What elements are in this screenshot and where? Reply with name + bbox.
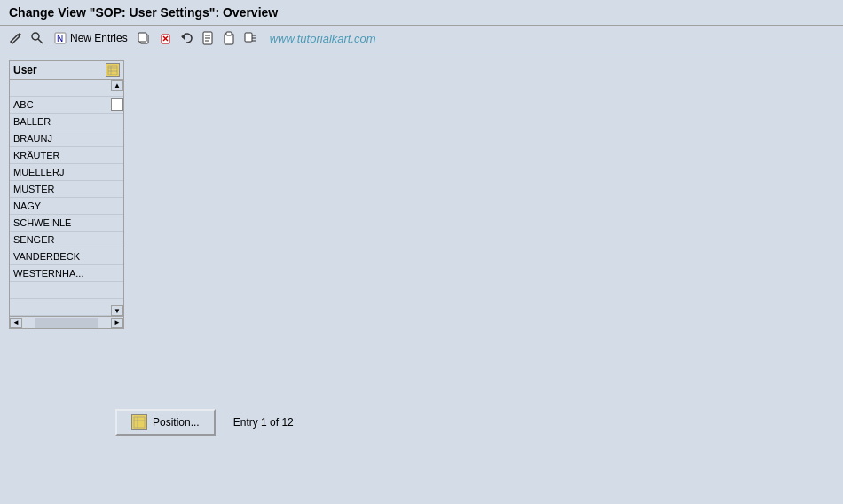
position-icon — [131, 414, 147, 430]
table-row[interactable]: MUSTER — [10, 181, 123, 198]
svg-text:N: N — [57, 34, 63, 43]
search-icon[interactable] — [28, 29, 46, 47]
export-icon[interactable] — [241, 29, 259, 47]
svg-rect-24 — [134, 417, 145, 428]
svg-line-1 — [38, 39, 43, 43]
page-title: Change View "SOP: User Settings": Overvi… — [9, 5, 278, 20]
undo-icon[interactable] — [177, 29, 195, 47]
row-value: MUELLERJ — [13, 167, 64, 177]
new-entries-button[interactable]: N New Entries — [50, 29, 131, 47]
svg-point-0 — [32, 33, 39, 40]
table-row[interactable]: SCHWEINLE — [10, 215, 123, 232]
svg-rect-16 — [245, 33, 252, 42]
table-row[interactable]: ABC — [10, 97, 123, 114]
scroll-down-button[interactable]: ▼ — [111, 305, 123, 316]
clipboard-icon[interactable] — [220, 29, 238, 47]
user-table: User ▲ ABCBALLERBRAUNJKRÄUTERMUELLERJ — [9, 60, 124, 329]
table-row[interactable]: VANDERBECK — [10, 248, 123, 265]
row-value: SCHWEINLE — [13, 217, 71, 228]
table-row[interactable] — [10, 299, 123, 316]
svg-rect-5 — [138, 33, 146, 42]
table-rows: ABCBALLERBRAUNJKRÄUTERMUELLERJMUSTERNAGY… — [10, 80, 123, 316]
table-header: User — [10, 61, 123, 80]
table-row[interactable] — [10, 80, 123, 97]
row-value: BRAUNJ — [13, 133, 52, 144]
row-value: NAGY — [13, 201, 41, 211]
scroll-left-button[interactable]: ◄ — [10, 318, 22, 328]
table-row[interactable]: KRÄUTER — [10, 147, 123, 164]
row-value: ABC — [13, 99, 34, 110]
table-row[interactable]: BRAUNJ — [10, 130, 123, 147]
new-entries-label: New Entries — [70, 32, 128, 44]
row-value: VANDERBECK — [13, 251, 80, 262]
svg-rect-20 — [108, 66, 117, 75]
table-row[interactable]: WESTERNHA... — [10, 265, 123, 282]
scroll-track — [35, 318, 98, 328]
edit-icon[interactable] — [7, 29, 25, 47]
row-value: SENGER — [13, 234, 54, 245]
main-content: User ▲ ABCBALLERBRAUNJKRÄUTERMUELLERJ — [0, 51, 843, 338]
copy-icon[interactable] — [135, 29, 153, 47]
position-label: Position... — [153, 416, 200, 429]
svg-marker-9 — [181, 35, 185, 40]
document-icon[interactable] — [199, 29, 217, 47]
row-value: KRÄUTER — [13, 150, 60, 161]
scroll-up-button[interactable]: ▲ — [111, 80, 123, 91]
column-header-user: User — [13, 64, 102, 76]
watermark: www.tutorialkart.com — [270, 32, 376, 45]
row-value: MUSTER — [13, 184, 54, 194]
svg-rect-15 — [226, 32, 232, 35]
table-row[interactable]: MUELLERJ — [10, 164, 123, 181]
footer: Position... Entry 1 of 12 — [0, 409, 843, 436]
toolbar: N New Entries — [0, 26, 843, 51]
row-checkbox[interactable] — [111, 98, 123, 111]
row-value: WESTERNHA... — [13, 268, 83, 279]
table-row[interactable]: SENGER — [10, 232, 123, 248]
title-bar: Change View "SOP: User Settings": Overvi… — [0, 0, 843, 26]
delete-icon[interactable] — [156, 29, 174, 47]
table-row[interactable]: BALLER — [10, 114, 123, 130]
entry-count: Entry 1 of 12 — [233, 416, 294, 429]
row-value: BALLER — [13, 116, 51, 127]
table-row[interactable]: NAGY — [10, 198, 123, 215]
column-settings-icon[interactable] — [106, 63, 120, 77]
table-scrollbar: ◄ ► — [10, 316, 123, 328]
scroll-right-button[interactable]: ► — [111, 318, 123, 328]
position-button[interactable]: Position... — [115, 409, 216, 436]
table-row[interactable] — [10, 282, 123, 299]
